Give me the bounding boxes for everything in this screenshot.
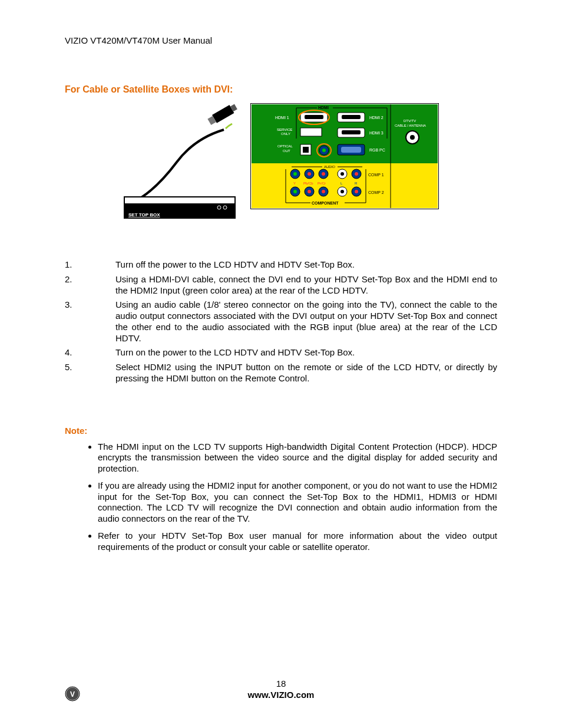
settop-box-diagram: SET TOP BOX <box>118 103 239 224</box>
svg-point-53 <box>355 172 358 176</box>
svg-text:R: R <box>355 182 358 185</box>
note-heading: Note: <box>65 426 497 436</box>
svg-text:AUDIO: AUDIO <box>324 165 335 169</box>
page-footer: V 18 www.VIZIO.com <box>65 678 497 700</box>
svg-text:OUT: OUT <box>283 149 290 153</box>
svg-rect-19 <box>342 115 361 119</box>
svg-text:COMP 2: COMP 2 <box>368 190 384 195</box>
svg-rect-0 <box>212 105 234 123</box>
svg-rect-28 <box>303 147 309 153</box>
step-item: Turn off the power to the LCD HDTV and H… <box>65 259 497 271</box>
svg-text:V: V <box>70 690 75 699</box>
svg-text:RGB PC: RGB PC <box>369 148 385 152</box>
section-heading: For Cable or Satellite Boxes with DVI: <box>65 84 497 95</box>
svg-text:HDMI: HDMI <box>318 106 329 110</box>
svg-text:Y: Y <box>293 182 296 185</box>
step-item: Using a HDMI-DVI cable, connect the DVI … <box>65 274 497 297</box>
step-item: Using an audio cable (1/8' stereo connec… <box>65 299 497 344</box>
svg-rect-21 <box>300 128 322 136</box>
illustration-row: SET TOP BOX HDMI HDMI 1 <box>65 103 497 224</box>
steps-list: Turn off the power to the LCD HDTV and H… <box>65 259 497 384</box>
svg-point-63 <box>308 190 311 193</box>
svg-text:DTV/TV: DTV/TV <box>404 119 416 123</box>
svg-rect-4 <box>125 197 234 203</box>
note-item: Refer to your HDTV Set-Top Box user manu… <box>98 531 497 553</box>
svg-rect-34 <box>341 147 361 153</box>
step-item: Turn on the power to the LCD HDTV and HD… <box>65 347 497 358</box>
svg-text:HDMI 2: HDMI 2 <box>369 116 384 120</box>
tv-back-panel: HDMI HDMI 1 HDMI 2 SERVICE ONLY <box>250 103 439 209</box>
notes-list: The HDMI input on the LCD TV supports Hi… <box>65 442 497 553</box>
svg-point-51 <box>340 172 344 176</box>
svg-text:OPTICAL: OPTICAL <box>277 144 293 148</box>
svg-point-39 <box>410 135 415 140</box>
note-item: The HDMI input on the LCD TV supports Hi… <box>98 442 497 475</box>
svg-point-67 <box>340 190 344 193</box>
svg-text:ONLY: ONLY <box>281 132 290 136</box>
svg-point-32 <box>322 149 326 152</box>
note-item: If you are already using the HDMI2 input… <box>98 480 497 525</box>
vizio-logo-icon: V <box>65 686 80 703</box>
page: VIZIO VT420M/VT470M User Manual For Cabl… <box>0 0 562 728</box>
settop-label: SET TOP BOX <box>128 212 160 218</box>
svg-text:HDMI 3: HDMI 3 <box>369 131 384 135</box>
step-item: Select HDMI2 using the INPUT button on t… <box>65 362 497 384</box>
page-number: 18 <box>65 678 497 689</box>
svg-point-69 <box>355 190 358 193</box>
svg-point-47 <box>308 172 311 176</box>
footer-site: www.VIZIO.com <box>65 690 497 700</box>
svg-rect-25 <box>342 130 361 134</box>
svg-point-45 <box>293 172 297 176</box>
svg-point-65 <box>322 190 325 193</box>
document-header: VIZIO VT420M/VT470M User Manual <box>65 35 497 45</box>
svg-point-61 <box>293 190 297 193</box>
svg-text:SERVICE: SERVICE <box>277 128 292 131</box>
svg-rect-16 <box>305 115 323 119</box>
svg-text:HDMI 1: HDMI 1 <box>275 116 289 120</box>
svg-text:CABLE / ANTENNA: CABLE / ANTENNA <box>395 124 426 127</box>
svg-text:Pr/Cr: Pr/Cr <box>318 182 326 185</box>
svg-point-49 <box>322 172 325 176</box>
svg-text:COMPONENT: COMPONENT <box>312 201 339 205</box>
svg-text:Pb/Cb: Pb/Cb <box>303 182 313 185</box>
svg-text:COMP 1: COMP 1 <box>368 173 384 177</box>
